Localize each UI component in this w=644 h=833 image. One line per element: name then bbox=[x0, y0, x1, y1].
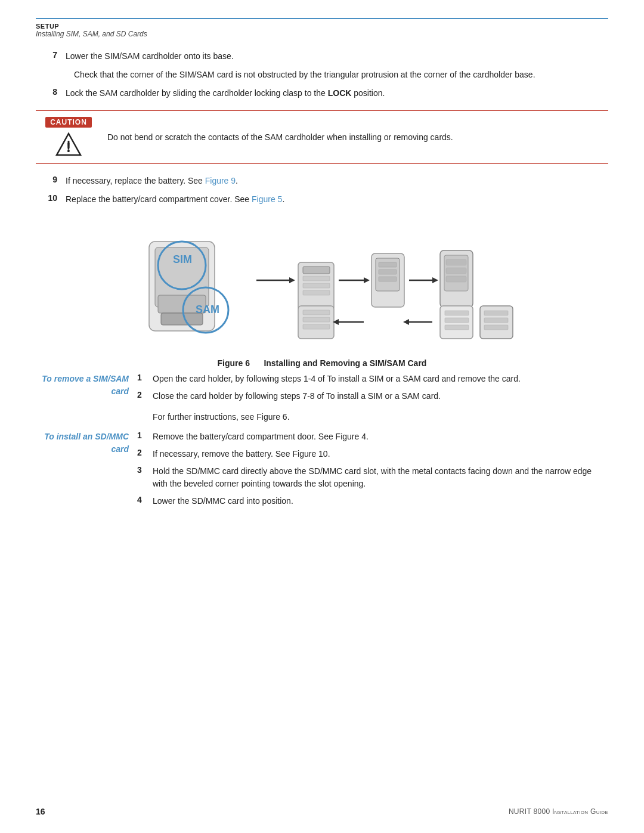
step-8-num: 8 bbox=[36, 87, 66, 97]
remove-step-1-num: 1 bbox=[137, 373, 153, 382]
step-8-row: 8 Lock the SAM cardholder by sliding the… bbox=[36, 87, 608, 100]
svg-rect-38 bbox=[303, 324, 330, 329]
figure10-link[interactable]: Figure 10 bbox=[292, 449, 327, 459]
svg-marker-34 bbox=[403, 319, 409, 325]
caution-box: CAUTION ! Do not bend or scratch the con… bbox=[36, 110, 608, 164]
install-sdmmc-step-1-num: 1 bbox=[137, 431, 153, 440]
svg-rect-42 bbox=[445, 311, 469, 315]
install-sdmmc-step-3: 3 Hold the SD/MMC card directly above th… bbox=[137, 465, 608, 490]
svg-text:SIM: SIM bbox=[173, 253, 192, 265]
install-sdmmc-step-1-text: Remove the battery/card compartment door… bbox=[153, 431, 608, 443]
page-header: Setup Installing SIM, SAM, and SD Cards bbox=[36, 18, 608, 38]
install-sdmmc-step-4-text: Lower the SD/MMC card into position. bbox=[153, 495, 608, 507]
install-sdmmc-step-4-num: 4 bbox=[137, 495, 153, 504]
install-sdmmc-step-4: 4 Lower the SD/MMC card into position. bbox=[137, 495, 608, 507]
footer-title: NURIT 8000 Installation Guide bbox=[509, 807, 608, 816]
further-instructions: For further instructions, see Figure 6. bbox=[153, 411, 608, 423]
install-sdmmc-step-2-text: If necessary, remove the battery. See Fi… bbox=[153, 448, 608, 460]
install-sdmmc-steps: 1 Remove the battery/card compartment do… bbox=[137, 431, 608, 512]
step-10-num: 10 bbox=[36, 193, 66, 203]
remove-sim-label: To remove a SIM/SAMcard bbox=[36, 373, 137, 398]
svg-rect-3 bbox=[68, 150, 70, 152]
figure6-title: Installing and Removing a SIM/SAM Card bbox=[264, 358, 426, 368]
remove-step-1-text: Open the card holder, by following steps… bbox=[153, 373, 608, 385]
remove-step-2: 2 Close the card holder by following ste… bbox=[137, 390, 608, 402]
svg-rect-36 bbox=[303, 310, 330, 315]
svg-marker-27 bbox=[432, 277, 438, 283]
figure6-num: Figure 6 bbox=[218, 358, 250, 368]
svg-text:SAM: SAM bbox=[196, 304, 219, 315]
svg-rect-46 bbox=[484, 311, 508, 315]
main-content: 7 Lower the SIM/SAM cardholder onto its … bbox=[36, 50, 608, 512]
step-7-text: Lower the SIM/SAM cardholder onto its ba… bbox=[66, 50, 608, 63]
figure6-tab-space bbox=[252, 358, 262, 368]
header-subtitle: Installing SIM, SAM, and SD Cards bbox=[36, 30, 608, 38]
svg-rect-23 bbox=[379, 262, 397, 267]
install-link-1[interactable]: To install a SIM or a SAM card bbox=[327, 374, 439, 383]
svg-marker-13 bbox=[289, 277, 295, 283]
footer-page-num: 16 bbox=[36, 807, 45, 816]
svg-rect-47 bbox=[484, 318, 508, 323]
remove-step-1: 1 Open the card holder, by following ste… bbox=[137, 373, 608, 385]
install-link-2[interactable]: To install a SIM or a SAM card bbox=[326, 391, 438, 401]
install-sdmmc-label-text: To install an SD/MMCcard bbox=[44, 432, 129, 454]
svg-rect-16 bbox=[303, 276, 330, 281]
header-section: Setup bbox=[36, 23, 608, 30]
svg-rect-32 bbox=[446, 276, 466, 282]
svg-rect-15 bbox=[303, 267, 330, 274]
step-7-row: 7 Lower the SIM/SAM cardholder onto its … bbox=[36, 50, 608, 63]
remove-step-2-num: 2 bbox=[137, 390, 153, 400]
step-9-num: 9 bbox=[36, 175, 66, 184]
install-sdmmc-step-2: 2 If necessary, remove the battery. See … bbox=[137, 448, 608, 460]
step-10-row: 10 Replace the battery/card compartment … bbox=[36, 193, 608, 206]
svg-rect-18 bbox=[303, 290, 330, 295]
figure6-caption: Figure 6 Installing and Removing a SIM/S… bbox=[218, 358, 427, 368]
caution-triangle-icon: ! bbox=[55, 131, 82, 157]
figure6-diagram: SIM SAM bbox=[113, 218, 531, 355]
figure5-link[interactable]: Figure 5 bbox=[252, 194, 282, 204]
caution-text: Do not bend or scratch the contacts of t… bbox=[101, 131, 608, 144]
step-10-text: Replace the battery/card compartment cov… bbox=[66, 193, 608, 206]
svg-rect-24 bbox=[379, 270, 397, 274]
figure9-link[interactable]: Figure 9 bbox=[205, 176, 236, 185]
svg-marker-20 bbox=[364, 277, 370, 283]
remove-sim-steps: 1 Open the card holder, by following ste… bbox=[137, 373, 608, 407]
caution-label: CAUTION bbox=[45, 117, 92, 128]
install-sdmmc-section: To install an SD/MMCcard 1 Remove the ba… bbox=[36, 431, 608, 512]
step-9-row: 9 If necessary, replace the battery. See… bbox=[36, 175, 608, 187]
figure6-area: SIM SAM bbox=[36, 218, 608, 368]
svg-rect-25 bbox=[379, 277, 397, 281]
footer-title-text: NURIT 8000 Installation Guide bbox=[509, 807, 608, 816]
svg-rect-37 bbox=[303, 317, 330, 322]
figure4-link[interactable]: Figure 4 bbox=[336, 432, 366, 441]
remove-sim-section: To remove a SIM/SAMcard 1 Open the card … bbox=[36, 373, 608, 407]
step-9-text: If necessary, replace the battery. See F… bbox=[66, 175, 608, 187]
svg-rect-2 bbox=[68, 141, 70, 148]
svg-rect-44 bbox=[445, 325, 469, 330]
remove-sim-label-text: To remove a SIM/SAMcard bbox=[42, 374, 129, 396]
svg-rect-17 bbox=[303, 283, 330, 288]
caution-icon-area: CAUTION ! bbox=[36, 117, 101, 157]
svg-rect-48 bbox=[484, 325, 508, 330]
svg-rect-43 bbox=[445, 318, 469, 323]
svg-rect-30 bbox=[446, 259, 466, 265]
remove-step-2-text: Close the card holder by following steps… bbox=[153, 390, 608, 402]
figure6-link-further[interactable]: Figure 6 bbox=[256, 412, 287, 422]
install-sdmmc-label: To install an SD/MMCcard bbox=[36, 431, 137, 456]
install-sdmmc-step-2-num: 2 bbox=[137, 448, 153, 457]
step-7-num: 7 bbox=[36, 50, 66, 60]
install-sdmmc-step-1: 1 Remove the battery/card compartment do… bbox=[137, 431, 608, 443]
step-7-para: Check that the corner of the SIM/SAM car… bbox=[74, 69, 608, 81]
step-8-text: Lock the SAM cardholder by sliding the c… bbox=[66, 87, 608, 100]
lock-bold: LOCK bbox=[328, 88, 352, 98]
install-sdmmc-step-3-num: 3 bbox=[137, 465, 153, 475]
svg-rect-31 bbox=[446, 268, 466, 274]
page-footer: 16 NURIT 8000 Installation Guide bbox=[0, 807, 644, 816]
page-container: Setup Installing SIM, SAM, and SD Cards … bbox=[0, 0, 644, 833]
install-sdmmc-step-3-text: Hold the SD/MMC card directly above the … bbox=[153, 465, 608, 490]
